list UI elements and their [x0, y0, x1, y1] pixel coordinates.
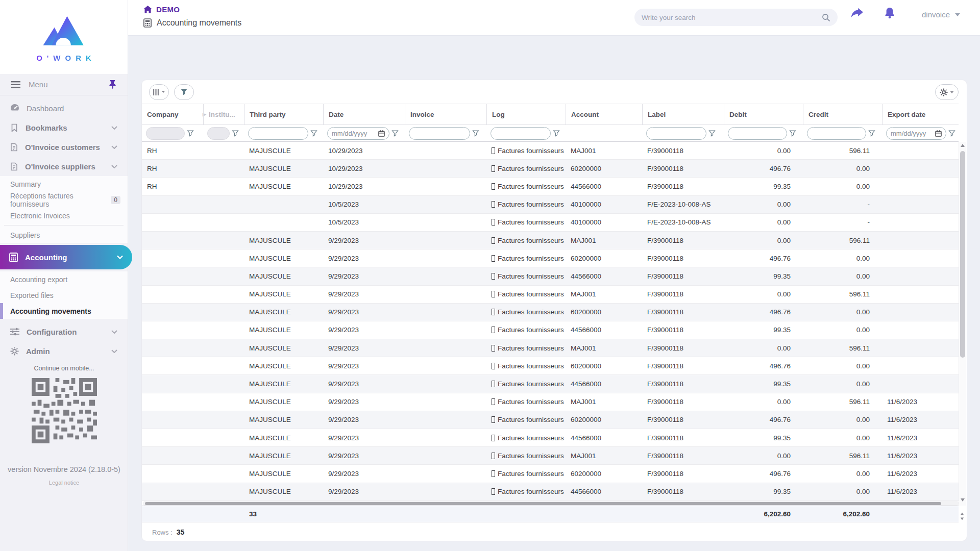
- credit-filter-input[interactable]: [812, 130, 862, 137]
- sidebar-item-suppliers[interactable]: Suppliers: [0, 227, 128, 243]
- hamburger-icon[interactable]: [11, 81, 20, 88]
- column-header-export-date[interactable]: Export date: [882, 104, 959, 124]
- missing-glyph-icon: [492, 183, 495, 190]
- search-input[interactable]: [642, 14, 822, 21]
- funnel-icon[interactable]: [472, 130, 479, 137]
- table-row[interactable]: MAJUSCULE 9/29/2023 Factures fournisseur…: [142, 465, 959, 483]
- vertical-scrollbar-thumb[interactable]: [960, 151, 965, 358]
- cell-company: [142, 465, 203, 482]
- horizontal-scrollbar[interactable]: [143, 501, 959, 506]
- bell-icon[interactable]: [884, 7, 895, 19]
- cell-credit: 0.00: [803, 465, 882, 482]
- funnel-icon[interactable]: [708, 130, 716, 137]
- summary-date: [323, 506, 405, 522]
- scroll-down-arrow-icon[interactable]: [961, 498, 965, 502]
- cell-account: 44566000: [566, 178, 642, 195]
- table-row[interactable]: MAJUSCULE 9/29/2023 Factures fournisseur…: [142, 447, 959, 465]
- invoice-filter-input[interactable]: [413, 130, 465, 137]
- log-filter-input[interactable]: [495, 130, 546, 137]
- table-row[interactable]: MAJUSCULE 9/29/2023 Factures fournisseur…: [142, 429, 959, 447]
- sidebar-item-dashboard[interactable]: Dashboard: [0, 98, 128, 118]
- scroll-up-arrow-icon[interactable]: [961, 144, 965, 147]
- cell-account: MAJ001: [566, 232, 642, 249]
- column-label: Label: [648, 111, 666, 118]
- scroll-down-arrow-icon[interactable]: [961, 518, 964, 520]
- funnel-icon[interactable]: [310, 130, 317, 137]
- column-header-date[interactable]: Date: [323, 104, 405, 124]
- column-header-credit[interactable]: Credit: [803, 104, 882, 124]
- sidebar-item-oinvoice-suppliers[interactable]: O'Invoice suppliers: [0, 157, 128, 176]
- pin-icon[interactable]: [109, 80, 116, 89]
- third-party-filter-input[interactable]: [253, 130, 304, 137]
- table-row[interactable]: MAJUSCULE 9/29/2023 Factures fournisseur…: [142, 286, 959, 304]
- funnel-icon[interactable]: [232, 130, 239, 137]
- cell-credit: 596.11: [803, 447, 882, 464]
- sidebar-item-admin[interactable]: Admin: [0, 341, 128, 361]
- export-date-filter-input[interactable]: mm/dd/yyyy: [886, 127, 946, 140]
- cell-account: 44566000: [566, 321, 642, 339]
- table-row[interactable]: MAJUSCULE 9/29/2023 Factures fournisseur…: [142, 232, 959, 249]
- table-row[interactable]: MAJUSCULE 9/29/2023 Factures fournisseur…: [142, 249, 959, 267]
- columns-button[interactable]: [149, 84, 169, 100]
- table-row[interactable]: 10/5/2023 Factures fournisseurs 40100000…: [142, 196, 959, 214]
- share-icon[interactable]: [850, 8, 864, 19]
- sidebar-item-label: O'Invoice customers: [25, 143, 104, 152]
- search-icon[interactable]: [822, 13, 830, 22]
- table-row[interactable]: MAJUSCULE 9/29/2023 Factures fournisseur…: [142, 339, 959, 357]
- sidebar-item-bookmarks[interactable]: Bookmarks: [0, 118, 128, 137]
- sidebar-item-accounting[interactable]: Accounting: [0, 245, 132, 269]
- grid-settings-button[interactable]: [935, 84, 959, 100]
- table-row[interactable]: RH MAJUSCULE 10/29/2023 Factures fournis…: [142, 178, 959, 195]
- column-header-company[interactable]: Company ▶: [142, 104, 203, 124]
- table-row[interactable]: MAJUSCULE 9/29/2023 Factures fournisseur…: [142, 375, 959, 393]
- filter-button[interactable]: [174, 84, 194, 100]
- table-row[interactable]: MAJUSCULE 9/29/2023 Factures fournisseur…: [142, 304, 959, 321]
- legal-notice-link[interactable]: Legal notice: [0, 480, 128, 486]
- sidebar-item-accounting-export[interactable]: Accounting export: [0, 271, 128, 287]
- column-header-invoice[interactable]: Invoice: [405, 104, 486, 124]
- vertical-scrollbar[interactable]: [959, 142, 966, 506]
- funnel-icon[interactable]: [391, 130, 399, 137]
- funnel-icon[interactable]: [789, 130, 796, 137]
- calendar-icon[interactable]: [378, 130, 385, 137]
- column-header-institution[interactable]: Institu...: [203, 104, 244, 124]
- column-header-third-party[interactable]: Third party: [244, 104, 323, 124]
- horizontal-scrollbar-thumb[interactable]: [145, 502, 941, 505]
- table-row[interactable]: MAJUSCULE 9/29/2023 Factures fournisseur…: [142, 411, 959, 429]
- date-filter-input[interactable]: mm/dd/yyyy: [327, 127, 389, 140]
- table-row[interactable]: RH MAJUSCULE 10/29/2023 Factures fournis…: [142, 160, 959, 178]
- scroll-up-arrow-icon[interactable]: [961, 513, 964, 515]
- global-search[interactable]: [634, 9, 838, 26]
- funnel-icon[interactable]: [868, 130, 875, 137]
- sidebar-item-summary[interactable]: Summary: [0, 176, 128, 192]
- table-row[interactable]: MAJUSCULE 9/29/2023 Factures fournisseur…: [142, 321, 959, 339]
- funnel-icon[interactable]: [553, 130, 560, 137]
- column-header-account[interactable]: Account: [566, 104, 642, 124]
- label-filter-input[interactable]: [651, 130, 702, 137]
- table-row[interactable]: MAJUSCULE 9/29/2023 Factures fournisseur…: [142, 483, 959, 501]
- column-header-debit[interactable]: Debit: [724, 104, 803, 124]
- funnel-icon[interactable]: [187, 130, 194, 137]
- sidebar-item-accounting-movements[interactable]: Accounting movements: [0, 303, 128, 319]
- table-row[interactable]: MAJUSCULE 9/29/2023 Factures fournisseur…: [142, 267, 959, 285]
- column-header-log[interactable]: Log: [486, 104, 566, 124]
- sidebar-item-electronic-invoices[interactable]: Electronic Invoices: [0, 208, 128, 223]
- sidebar-item-receptions[interactable]: Réceptions factures fournisseurs 0: [0, 192, 128, 208]
- calendar-icon[interactable]: [935, 130, 942, 137]
- table-row[interactable]: RH MAJUSCULE 10/29/2023 Factures fournis…: [142, 142, 959, 160]
- debit-filter-input[interactable]: [732, 130, 782, 137]
- sidebar-item-configuration[interactable]: Configuration: [0, 322, 128, 341]
- column-header-label[interactable]: Label: [642, 104, 724, 124]
- cell-export-date: [882, 304, 959, 321]
- sidebar-item-oinvoice-customers[interactable]: O'Invoice customers: [0, 137, 128, 157]
- sidebar-item-exported-files[interactable]: Exported files: [0, 287, 128, 303]
- table-row[interactable]: MAJUSCULE 9/29/2023 Factures fournisseur…: [142, 393, 959, 411]
- sidebar-menu-toggle[interactable]: Menu: [0, 74, 128, 95]
- table-row[interactable]: 10/5/2023 Factures fournisseurs 40100000…: [142, 214, 959, 232]
- breadcrumb[interactable]: DEMO: [143, 5, 180, 14]
- table-row[interactable]: MAJUSCULE 9/29/2023 Factures fournisseur…: [142, 357, 959, 375]
- user-menu[interactable]: dinvoice: [922, 10, 960, 19]
- funnel-icon[interactable]: [948, 130, 955, 137]
- summary-scroll-arrows[interactable]: [959, 510, 965, 522]
- filter-debit: [724, 125, 803, 141]
